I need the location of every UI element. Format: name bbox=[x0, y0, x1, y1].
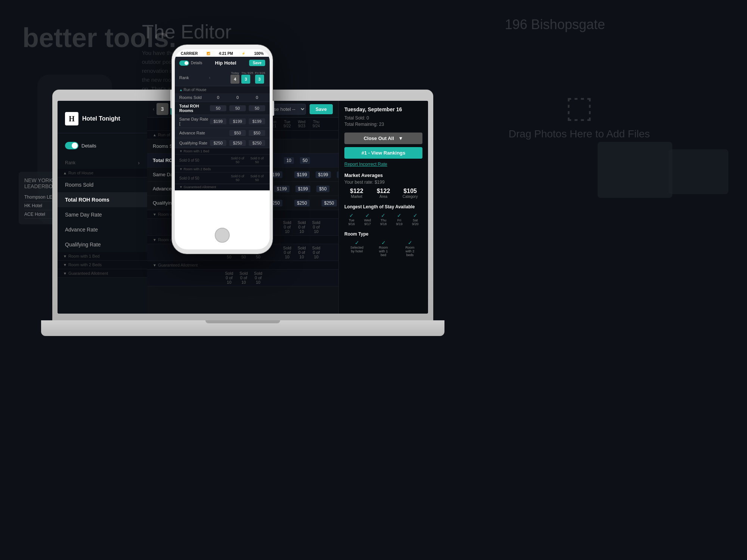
phone-total-roh-values: 50 50 50 bbox=[210, 105, 265, 111]
los-check-1: ✓ bbox=[360, 212, 375, 218]
room-type-grid: ✓ Selectedby hotel ✓ Roomwith 1bed ✓ Roo… bbox=[344, 240, 422, 257]
phone-toggle-knob bbox=[185, 61, 188, 65]
room-2beds-label: Room with 2 Beds bbox=[68, 262, 102, 267]
troh-4: 10 bbox=[281, 155, 297, 166]
report-rate-link[interactable]: Report Incorrect Rate bbox=[344, 162, 422, 167]
rank-group-1: 3 bbox=[156, 103, 168, 115]
phone-rank-today: Today 4 bbox=[230, 71, 239, 84]
guaranteed-section: ▼ Guaranteed Allotment bbox=[58, 269, 147, 278]
rank-left-arrow[interactable]: ‹ bbox=[153, 106, 155, 112]
rank-arrow-right[interactable]: › bbox=[138, 160, 140, 166]
panel-total-remaining: Total Remaining: 23 bbox=[344, 122, 422, 127]
phone-row-same-day: Same Day Rate [ $199 $199 $199 bbox=[175, 115, 270, 128]
nav-same-day-rate[interactable]: Same Day Rate bbox=[58, 207, 147, 222]
phone-rs-0: 0 bbox=[210, 95, 226, 100]
phone-details-toggle[interactable] bbox=[179, 60, 189, 66]
phone-r2b-sub-label: Sold 0 of 50 bbox=[179, 176, 229, 180]
r2b-spacer bbox=[323, 251, 338, 254]
los-0: ✓ Tue9/16 bbox=[344, 212, 359, 226]
phone-rank-date1: Thu 9/25 3 bbox=[241, 71, 253, 84]
phone-r1b-v1: Sold 0 of 50 bbox=[229, 156, 246, 164]
view-rankings-button[interactable]: #1 - View Rankings bbox=[344, 147, 422, 159]
phone-total-roh-label: Total ROH Rooms bbox=[179, 104, 210, 113]
rs-spacer bbox=[323, 144, 338, 149]
qr-5 bbox=[313, 201, 319, 205]
sdr-4: $199 bbox=[291, 169, 313, 180]
phone-advance-values: $50 $50 bbox=[210, 130, 265, 136]
nav-advance-rate[interactable]: Advance Rate bbox=[58, 222, 147, 237]
troh-spacer bbox=[323, 158, 338, 163]
phone-rank-left-arrow[interactable]: ‹ bbox=[209, 75, 210, 80]
los-3: ✓ Fri9/19 bbox=[392, 212, 407, 226]
rt-check-1: ✓ bbox=[371, 240, 396, 246]
los-check-2: ✓ bbox=[376, 212, 391, 218]
ga-section: ▼ Guaranteed Allotment bbox=[147, 261, 338, 270]
sdr-6: $199 bbox=[334, 169, 338, 180]
phone-r1b-section-header: ▼ Room with 1 Bed bbox=[175, 148, 270, 155]
market-best-rate: Your best rate: $199 bbox=[344, 180, 422, 185]
panel-total-sold: Total Sold: 0 bbox=[344, 115, 422, 121]
phone-sdr-2: $199 bbox=[249, 118, 265, 124]
phone-details-label: Details bbox=[191, 61, 202, 65]
rt-label-0: Selectedby hotel bbox=[344, 246, 369, 253]
run-of-house-label: Run of House bbox=[68, 171, 93, 175]
ga-v5 bbox=[294, 276, 309, 279]
phone-r2b-sub-row: Sold 0 of 50 Sold 0 of 50 Sold 0 of 50 bbox=[175, 172, 270, 184]
col-header-spacer bbox=[323, 122, 338, 126]
close-out-all-button[interactable]: Close Out All ▼ bbox=[344, 133, 422, 144]
phone-row-qualifying: Qualifying Rate $250 $250 $250 bbox=[175, 138, 270, 148]
arrow-icon: ▲ bbox=[63, 171, 67, 175]
category-val: $105 bbox=[398, 188, 422, 195]
rank-badge-3: 3 bbox=[156, 103, 168, 115]
run-of-house-section: ▲ Run of House bbox=[58, 169, 147, 177]
nav-rooms-sold[interactable]: Rooms Sold bbox=[58, 177, 147, 192]
laptop-rank-label: Rank bbox=[65, 160, 75, 165]
wifi-icon: 📶 bbox=[207, 52, 210, 55]
phone-save-button[interactable]: Save bbox=[249, 60, 265, 66]
market-cell-area: $122 Area bbox=[371, 188, 396, 199]
ga-sub-row: Sold 0 of 10 Sold 0 of 10 Sold 0 of 10 bbox=[147, 270, 338, 286]
phone-hotel-name: Hip Hotel bbox=[215, 60, 236, 66]
col-header-6: Thu 9/24 bbox=[309, 118, 323, 130]
r2b-v4: Sold 0 of 10 bbox=[280, 244, 294, 261]
laptop-save-button[interactable]: Save bbox=[310, 104, 333, 114]
bg-drag-photo-area: ⬚ Drag Photos Here to Add Files bbox=[509, 90, 650, 140]
arrow-icon-4: ▼ bbox=[63, 271, 67, 276]
ga-sub-label bbox=[147, 276, 222, 279]
phone-power-btn bbox=[273, 101, 274, 116]
phone-rank-badge-1: 3 bbox=[241, 75, 250, 84]
room-1bed-label: Room with 1 Bed bbox=[68, 254, 100, 258]
sdr-5: $199 bbox=[313, 169, 334, 180]
nav-qualifying-rate[interactable]: Qualifying Rate bbox=[58, 237, 147, 252]
los-check-0: ✓ bbox=[344, 212, 359, 218]
arrow-icon-2: ▼ bbox=[63, 254, 67, 258]
phone-r1b-v2: Sold 0 of 50 bbox=[249, 156, 265, 164]
bluetooth-icon: ⚡ bbox=[242, 52, 245, 55]
troh-6 bbox=[313, 158, 323, 163]
panel-date: Tuesday, September 16 bbox=[344, 106, 422, 112]
phone-rank-date2-label: Fri 9/26 bbox=[255, 71, 265, 75]
r1b-spacer bbox=[323, 225, 338, 228]
phone-ar-empty bbox=[210, 130, 226, 136]
phone-qr-1: $250 bbox=[229, 140, 246, 146]
phone-ar-2: $50 bbox=[249, 130, 265, 136]
ga-arrow: ▼ bbox=[153, 263, 156, 267]
market-grid: $122 Market $122 Area $105 Category bbox=[344, 188, 422, 199]
laptop-logo: H Hotel Tonight bbox=[58, 108, 147, 133]
ar-spacer bbox=[332, 187, 339, 191]
los-date-4: Sat9/20 bbox=[408, 218, 422, 226]
qr-3 bbox=[285, 201, 291, 205]
nav-total-roh[interactable]: Total ROH Rooms bbox=[58, 192, 147, 207]
bg-address: 196 Bishopsgate bbox=[505, 17, 605, 32]
carrier-label: CARRIER bbox=[181, 52, 198, 56]
phone-today-label: Today bbox=[230, 71, 239, 75]
details-toggle[interactable] bbox=[65, 142, 78, 149]
phone-qr-2: $250 bbox=[249, 140, 265, 146]
phone-r1b-values: Sold 0 of 50 Sold 0 of 50 bbox=[229, 156, 265, 164]
phone-app-header: Details Hip Hotel Save bbox=[175, 57, 270, 69]
phone-home-button[interactable] bbox=[215, 228, 230, 243]
rs-5 bbox=[294, 144, 309, 149]
los-1: ✓ Wed9/17 bbox=[360, 212, 375, 226]
phone-row-total-roh: Total ROH Rooms 50 50 50 bbox=[175, 102, 270, 115]
phone-same-day-label: Same Day Rate [ bbox=[179, 117, 210, 126]
